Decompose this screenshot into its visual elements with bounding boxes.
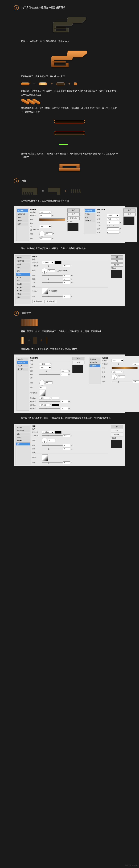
new-style-button[interactable]: 新建样式... [111,264,123,267]
preview-check[interactable] [111,267,113,269]
hl-mode-select[interactable]: 滤色 [39,397,51,399]
size-input[interactable] [61,373,68,376]
sidebar-item[interactable]: 颜色叠加 [16,283,30,286]
color-swatch[interactable] [55,261,61,264]
ok-button[interactable]: 确定 [111,255,123,259]
noise-input[interactable] [63,295,70,298]
size-input[interactable] [107,227,119,230]
bevel-tech-select[interactable]: 平滑 [107,218,119,220]
op-slider[interactable] [42,435,62,436]
style-select[interactable]: 线性 [112,371,124,373]
soften-input[interactable] [107,231,119,234]
cancel-button[interactable]: 取消 [72,361,84,364]
angle-input[interactable] [46,381,53,384]
op-input[interactable] [133,363,139,365]
angle-input[interactable] [48,439,55,442]
contour-swatch[interactable] [42,288,48,294]
dist-slider[interactable] [42,275,62,276]
new-style-button[interactable]: 新建样式... [111,433,123,436]
depth-input[interactable] [107,221,119,224]
dist-input[interactable] [63,444,70,447]
reset-button[interactable]: 设置为默认值 [32,300,45,303]
sidebar-item[interactable]: 斜面和浮雕 [17,361,28,364]
dist-slider[interactable] [42,445,62,446]
sidebar-item[interactable]: 内发光 [16,276,30,279]
opacity-input[interactable] [63,265,70,267]
ok-button[interactable]: 确定 [111,425,123,429]
preview-check[interactable] [111,437,113,439]
preview-check[interactable] [67,221,69,222]
ok-button[interactable]: 确定 [72,357,84,360]
sidebar-item[interactable]: 斜面和浮雕 [85,209,95,212]
sidebar-item[interactable]: 等高线 [85,213,95,216]
sidebar-item[interactable]: 描边 [16,433,30,436]
noise-slider[interactable] [42,462,62,463]
sidebar-item[interactable]: 等高线 [16,263,30,266]
blend-select[interactable]: 正常 [112,359,124,362]
sidebar-item[interactable]: 混合选项 [16,256,30,259]
sidebar-item[interactable]: 斜面和浮雕 [16,429,30,432]
style-select[interactable]: 内斜面 [39,363,51,365]
opacity-input[interactable] [39,214,51,217]
angle-dial[interactable] [42,268,47,274]
sidebar-item[interactable]: 混合选项 [89,358,100,361]
bevel-style-select[interactable]: 内斜面 [107,214,119,217]
sidebar-item[interactable]: 斜面和浮雕 [17,213,28,216]
sidebar-item[interactable]: 混合选项 [16,426,30,429]
sidebar-item[interactable]: 内阴影 [16,273,30,276]
depth-slider[interactable] [39,371,60,371]
sidebar-item[interactable]: 等高线 [17,364,28,367]
tech-select[interactable]: 平滑 [39,366,51,369]
global-check[interactable] [57,270,59,272]
blend-select[interactable]: 正片叠底 [42,261,54,264]
angle-dial[interactable] [39,380,45,385]
sh-op-input[interactable] [61,407,68,410]
sh-op-slider[interactable] [39,408,60,409]
sidebar-item[interactable]: 纹理 [85,216,95,219]
sidebar-item[interactable]: 斜面和浮雕 [89,361,100,364]
noise-input[interactable] [63,461,70,464]
sidebar-item[interactable]: 投影 [17,222,28,225]
sidebar-item[interactable]: 渐变叠加 [16,286,30,289]
gradient-swatch[interactable] [39,218,65,221]
color-swatch[interactable] [55,431,61,434]
sidebar-item[interactable]: 渐变叠加 [16,439,30,442]
sh-color[interactable] [52,404,59,406]
sidebar-item[interactable]: 内阴影 [17,219,28,222]
sh-mode-select[interactable]: 正片叠底 [39,404,51,406]
choke-slider[interactable] [42,279,62,279]
angle-input[interactable] [48,270,55,272]
cancel-button[interactable]: 取消 [111,429,123,432]
angle-dial[interactable] [42,438,47,443]
hl-op-input[interactable] [61,400,68,403]
anti-check[interactable] [49,290,50,292]
choke-input[interactable] [63,278,70,281]
opacity-slider[interactable] [42,266,62,266]
hl-op-slider[interactable] [39,401,60,402]
alt-input[interactable] [39,386,46,389]
angle-input[interactable] [118,375,125,378]
op-input[interactable] [63,434,70,437]
style-select[interactable]: 线性 [39,225,51,228]
contour-swatch[interactable] [42,455,48,461]
cancel-button[interactable]: 取消 [67,213,80,216]
sidebar-item[interactable]: 外发光 [16,292,30,296]
sidebar-item[interactable]: 渐变叠加 [89,364,100,367]
dir-up[interactable]: 上 [108,224,110,227]
cancel-button[interactable]: 取消 [111,259,123,262]
hl-color[interactable] [52,397,59,399]
op-slider[interactable] [112,364,132,364]
scale-input[interactable] [133,380,139,383]
sidebar-item[interactable]: 渐变叠加 [85,219,95,222]
restore-button[interactable]: 复位为默认值 [45,300,57,303]
sidebar-item[interactable]: 混合选项 [17,358,28,361]
size-slider[interactable] [42,448,62,449]
blend-select[interactable]: 正片叠底 [42,431,54,434]
reverse-check[interactable]: 反向 [30,222,33,224]
gradient-swatch[interactable] [112,367,138,369]
sidebar-item[interactable]: 渐变叠加 [17,368,28,371]
gloss-contour[interactable] [39,390,46,396]
dir-down[interactable]: 下 [112,224,114,227]
sidebar-item[interactable]: 斜面和浮雕 [16,259,30,262]
dist-input[interactable] [63,274,70,277]
